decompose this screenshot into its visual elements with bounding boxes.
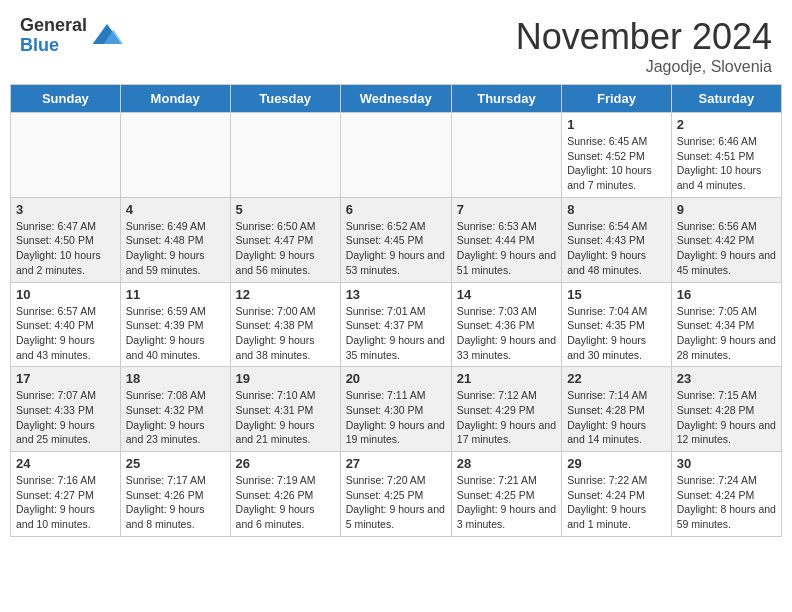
logo-icon bbox=[91, 20, 123, 52]
day-cell bbox=[11, 113, 121, 198]
day-number: 11 bbox=[126, 287, 225, 302]
day-info: Sunrise: 7:12 AMSunset: 4:29 PMDaylight:… bbox=[457, 388, 556, 447]
day-cell: 1Sunrise: 6:45 AMSunset: 4:52 PMDaylight… bbox=[562, 113, 672, 198]
day-cell: 25Sunrise: 7:17 AMSunset: 4:26 PMDayligh… bbox=[120, 452, 230, 537]
day-cell: 6Sunrise: 6:52 AMSunset: 4:45 PMDaylight… bbox=[340, 197, 451, 282]
day-cell: 30Sunrise: 7:24 AMSunset: 4:24 PMDayligh… bbox=[671, 452, 781, 537]
day-cell: 7Sunrise: 6:53 AMSunset: 4:44 PMDaylight… bbox=[451, 197, 561, 282]
day-info: Sunrise: 7:11 AMSunset: 4:30 PMDaylight:… bbox=[346, 388, 446, 447]
day-number: 16 bbox=[677, 287, 776, 302]
title-section: November 2024 Jagodje, Slovenia bbox=[516, 16, 772, 76]
day-cell: 26Sunrise: 7:19 AMSunset: 4:26 PMDayligh… bbox=[230, 452, 340, 537]
day-cell bbox=[120, 113, 230, 198]
day-number: 26 bbox=[236, 456, 335, 471]
day-number: 12 bbox=[236, 287, 335, 302]
header-wednesday: Wednesday bbox=[340, 85, 451, 113]
day-number: 3 bbox=[16, 202, 115, 217]
day-number: 22 bbox=[567, 371, 666, 386]
day-cell: 17Sunrise: 7:07 AMSunset: 4:33 PMDayligh… bbox=[11, 367, 121, 452]
header-saturday: Saturday bbox=[671, 85, 781, 113]
day-cell: 13Sunrise: 7:01 AMSunset: 4:37 PMDayligh… bbox=[340, 282, 451, 367]
day-info: Sunrise: 7:05 AMSunset: 4:34 PMDaylight:… bbox=[677, 304, 776, 363]
day-number: 28 bbox=[457, 456, 556, 471]
day-number: 20 bbox=[346, 371, 446, 386]
day-info: Sunrise: 7:07 AMSunset: 4:33 PMDaylight:… bbox=[16, 388, 115, 447]
day-info: Sunrise: 6:49 AMSunset: 4:48 PMDaylight:… bbox=[126, 219, 225, 278]
day-number: 10 bbox=[16, 287, 115, 302]
day-cell: 21Sunrise: 7:12 AMSunset: 4:29 PMDayligh… bbox=[451, 367, 561, 452]
day-info: Sunrise: 7:17 AMSunset: 4:26 PMDaylight:… bbox=[126, 473, 225, 532]
location: Jagodje, Slovenia bbox=[516, 58, 772, 76]
month-title: November 2024 bbox=[516, 16, 772, 58]
day-number: 25 bbox=[126, 456, 225, 471]
week-row-2: 10Sunrise: 6:57 AMSunset: 4:40 PMDayligh… bbox=[11, 282, 782, 367]
day-number: 15 bbox=[567, 287, 666, 302]
page-header: General Blue November 2024 Jagodje, Slov… bbox=[0, 0, 792, 84]
day-info: Sunrise: 7:00 AMSunset: 4:38 PMDaylight:… bbox=[236, 304, 335, 363]
day-info: Sunrise: 7:22 AMSunset: 4:24 PMDaylight:… bbox=[567, 473, 666, 532]
day-info: Sunrise: 6:54 AMSunset: 4:43 PMDaylight:… bbox=[567, 219, 666, 278]
header-thursday: Thursday bbox=[451, 85, 561, 113]
day-number: 13 bbox=[346, 287, 446, 302]
day-cell bbox=[451, 113, 561, 198]
day-number: 14 bbox=[457, 287, 556, 302]
day-number: 21 bbox=[457, 371, 556, 386]
day-cell: 10Sunrise: 6:57 AMSunset: 4:40 PMDayligh… bbox=[11, 282, 121, 367]
header-friday: Friday bbox=[562, 85, 672, 113]
day-cell: 8Sunrise: 6:54 AMSunset: 4:43 PMDaylight… bbox=[562, 197, 672, 282]
day-info: Sunrise: 7:01 AMSunset: 4:37 PMDaylight:… bbox=[346, 304, 446, 363]
day-number: 24 bbox=[16, 456, 115, 471]
day-cell: 5Sunrise: 6:50 AMSunset: 4:47 PMDaylight… bbox=[230, 197, 340, 282]
day-number: 7 bbox=[457, 202, 556, 217]
day-info: Sunrise: 7:24 AMSunset: 4:24 PMDaylight:… bbox=[677, 473, 776, 532]
day-number: 30 bbox=[677, 456, 776, 471]
day-cell: 27Sunrise: 7:20 AMSunset: 4:25 PMDayligh… bbox=[340, 452, 451, 537]
day-info: Sunrise: 7:19 AMSunset: 4:26 PMDaylight:… bbox=[236, 473, 335, 532]
day-number: 19 bbox=[236, 371, 335, 386]
day-info: Sunrise: 6:50 AMSunset: 4:47 PMDaylight:… bbox=[236, 219, 335, 278]
day-info: Sunrise: 6:45 AMSunset: 4:52 PMDaylight:… bbox=[567, 134, 666, 193]
day-cell: 4Sunrise: 6:49 AMSunset: 4:48 PMDaylight… bbox=[120, 197, 230, 282]
day-cell bbox=[230, 113, 340, 198]
day-info: Sunrise: 6:47 AMSunset: 4:50 PMDaylight:… bbox=[16, 219, 115, 278]
day-info: Sunrise: 6:59 AMSunset: 4:39 PMDaylight:… bbox=[126, 304, 225, 363]
header-tuesday: Tuesday bbox=[230, 85, 340, 113]
day-cell: 18Sunrise: 7:08 AMSunset: 4:32 PMDayligh… bbox=[120, 367, 230, 452]
day-cell: 3Sunrise: 6:47 AMSunset: 4:50 PMDaylight… bbox=[11, 197, 121, 282]
day-info: Sunrise: 6:56 AMSunset: 4:42 PMDaylight:… bbox=[677, 219, 776, 278]
day-info: Sunrise: 7:20 AMSunset: 4:25 PMDaylight:… bbox=[346, 473, 446, 532]
day-number: 23 bbox=[677, 371, 776, 386]
logo-general: General bbox=[20, 16, 87, 36]
calendar-header-row: Sunday Monday Tuesday Wednesday Thursday… bbox=[11, 85, 782, 113]
day-cell: 22Sunrise: 7:14 AMSunset: 4:28 PMDayligh… bbox=[562, 367, 672, 452]
day-number: 1 bbox=[567, 117, 666, 132]
day-number: 6 bbox=[346, 202, 446, 217]
day-info: Sunrise: 7:04 AMSunset: 4:35 PMDaylight:… bbox=[567, 304, 666, 363]
day-info: Sunrise: 6:46 AMSunset: 4:51 PMDaylight:… bbox=[677, 134, 776, 193]
day-cell: 29Sunrise: 7:22 AMSunset: 4:24 PMDayligh… bbox=[562, 452, 672, 537]
day-info: Sunrise: 7:14 AMSunset: 4:28 PMDaylight:… bbox=[567, 388, 666, 447]
week-row-0: 1Sunrise: 6:45 AMSunset: 4:52 PMDaylight… bbox=[11, 113, 782, 198]
day-number: 4 bbox=[126, 202, 225, 217]
week-row-4: 24Sunrise: 7:16 AMSunset: 4:27 PMDayligh… bbox=[11, 452, 782, 537]
day-number: 8 bbox=[567, 202, 666, 217]
day-info: Sunrise: 7:08 AMSunset: 4:32 PMDaylight:… bbox=[126, 388, 225, 447]
day-cell: 12Sunrise: 7:00 AMSunset: 4:38 PMDayligh… bbox=[230, 282, 340, 367]
day-cell bbox=[340, 113, 451, 198]
header-monday: Monday bbox=[120, 85, 230, 113]
day-cell: 19Sunrise: 7:10 AMSunset: 4:31 PMDayligh… bbox=[230, 367, 340, 452]
day-cell: 2Sunrise: 6:46 AMSunset: 4:51 PMDaylight… bbox=[671, 113, 781, 198]
day-cell: 14Sunrise: 7:03 AMSunset: 4:36 PMDayligh… bbox=[451, 282, 561, 367]
day-info: Sunrise: 6:57 AMSunset: 4:40 PMDaylight:… bbox=[16, 304, 115, 363]
calendar-table: Sunday Monday Tuesday Wednesday Thursday… bbox=[10, 84, 782, 537]
day-info: Sunrise: 7:10 AMSunset: 4:31 PMDaylight:… bbox=[236, 388, 335, 447]
day-info: Sunrise: 7:21 AMSunset: 4:25 PMDaylight:… bbox=[457, 473, 556, 532]
day-number: 18 bbox=[126, 371, 225, 386]
day-info: Sunrise: 7:03 AMSunset: 4:36 PMDaylight:… bbox=[457, 304, 556, 363]
day-cell: 16Sunrise: 7:05 AMSunset: 4:34 PMDayligh… bbox=[671, 282, 781, 367]
day-number: 2 bbox=[677, 117, 776, 132]
day-info: Sunrise: 7:15 AMSunset: 4:28 PMDaylight:… bbox=[677, 388, 776, 447]
day-info: Sunrise: 7:16 AMSunset: 4:27 PMDaylight:… bbox=[16, 473, 115, 532]
day-number: 27 bbox=[346, 456, 446, 471]
day-cell: 24Sunrise: 7:16 AMSunset: 4:27 PMDayligh… bbox=[11, 452, 121, 537]
